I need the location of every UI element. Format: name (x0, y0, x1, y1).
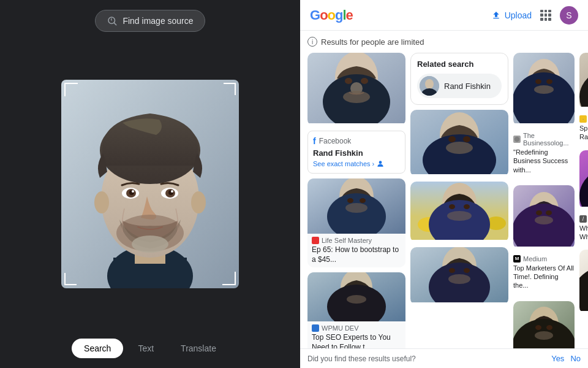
svg-point-15 (171, 190, 173, 193)
upload-button[interactable]: Upload (491, 10, 532, 20)
svg-point-31 (347, 198, 353, 203)
result-image-col2-3 (410, 247, 508, 302)
related-person-chip[interactable]: Rand Fishkin (417, 74, 502, 98)
user-avatar[interactable]: S (560, 6, 578, 25)
svg-point-60 (447, 211, 472, 221)
facebook-person-name: Rand Fishkin (313, 148, 400, 158)
result-card-1[interactable] (307, 53, 405, 126)
apps-grid-icon[interactable] (540, 10, 551, 21)
lsm-source-icon (312, 237, 319, 244)
result-card-col4-3[interactable] (579, 250, 588, 313)
lens-icon (107, 15, 118, 26)
wpmu-source-icon (312, 324, 319, 332)
perficient-icon: / (579, 215, 587, 223)
svg-point-43 (425, 79, 434, 89)
svg-point-65 (464, 268, 470, 273)
dotla-title: SparkToro Co-Founder Rand Fishki... (579, 124, 588, 142)
svg-point-32 (360, 198, 366, 203)
source-name-wpmu: WPMU DEV (312, 324, 401, 332)
upload-label: Upload (505, 10, 532, 20)
dotla-source: · dot LA SparkToro Co-Founder Rand Fishk… (579, 114, 588, 143)
avatar-letter: S (566, 10, 571, 20)
svg-point-48 (448, 136, 456, 142)
image-frame (61, 80, 239, 288)
feedback-yes-button[interactable]: Yes (551, 354, 564, 363)
svg-point-58 (449, 204, 455, 209)
svg-point-83 (535, 325, 541, 330)
medium-title: Top Marketers Of All Time!. Defining the… (513, 264, 575, 290)
svg-point-66 (448, 274, 470, 284)
perficient-title: What Google Says vs. What SEOs Believe, … (579, 224, 588, 242)
result-image-col4-2 (579, 150, 588, 207)
svg-point-77 (536, 210, 542, 215)
top-bar: Find image source (0, 0, 300, 38)
result-card-col2-3[interactable] (410, 247, 508, 305)
result-card-lsm[interactable]: Life Self Mastery Ep 65: How to bootstra… (307, 178, 405, 267)
result-card-col2-2[interactable] (410, 182, 508, 242)
result-card-col3-3[interactable] (513, 301, 575, 348)
find-image-source-button[interactable]: Find image source (95, 10, 205, 32)
source-title-wpmu: Top SEO Experts to You Need to Follow t.… (312, 333, 401, 348)
svg-point-79 (535, 216, 553, 224)
see-exact-matches-link[interactable]: See exact matches › (313, 159, 400, 168)
result-card-wpmu[interactable]: WPMU DEV Top SEO Experts to You Need to … (307, 272, 405, 348)
related-search-card[interactable]: Related search Rand Fishkin (410, 53, 508, 105)
facebook-source-label: Facebook (319, 137, 352, 145)
svg-point-59 (464, 204, 470, 209)
result-card-col3-2[interactable] (513, 185, 575, 249)
search-tab[interactable]: Search (72, 339, 123, 358)
svg-point-73 (514, 137, 519, 142)
right-panel: Google Upload S (300, 0, 588, 368)
svg-point-33 (345, 203, 368, 213)
info-icon: i (307, 37, 317, 47)
svg-point-24 (361, 78, 368, 84)
bottom-tabs: Search Text Translate (0, 330, 300, 368)
facebook-card[interactable]: f Facebook Rand Fishkin See exact matche… (307, 131, 405, 174)
result-image-lsm (307, 178, 405, 234)
svg-point-19 (191, 191, 206, 213)
result-image-col3-2 (513, 185, 575, 247)
corner-tr (224, 83, 236, 95)
find-image-label: Find image source (123, 16, 193, 26)
svg-point-72 (534, 85, 554, 94)
facebook-icon: f (313, 136, 316, 146)
source-title-lsm: Ep 65: How to bootstrap to a $45... (312, 245, 401, 264)
svg-point-78 (546, 210, 552, 215)
svg-point-70 (535, 79, 541, 84)
svg-point-64 (449, 268, 455, 273)
svg-point-27 (379, 161, 382, 164)
svg-point-84 (546, 325, 552, 330)
feedback-question: Did you find these results useful? (307, 355, 416, 363)
svg-line-1 (115, 23, 116, 25)
result-image-col3-3 (513, 301, 575, 348)
result-image-col2-2 (410, 182, 508, 240)
svg-point-85 (535, 331, 553, 340)
feedback-no-button[interactable]: No (570, 354, 581, 363)
right-header: Google Upload S (300, 0, 588, 31)
svg-point-17 (132, 236, 168, 253)
result-card-col4-1[interactable] (579, 53, 588, 109)
image-area (49, 38, 251, 330)
result-card-col4-2[interactable] (579, 150, 588, 209)
businessolog-title: "Redefining Business Success with... (513, 148, 575, 174)
businessolog-icon (513, 136, 521, 143)
limited-notice: i Results for people are limited (307, 37, 581, 47)
text-tab[interactable]: Text (126, 339, 166, 358)
result-card-col2-1[interactable] (410, 110, 508, 177)
result-card-col3-medium-source: M Medium Top Marketers Of All Time!. Def… (513, 254, 575, 291)
translate-tab[interactable]: Translate (168, 339, 228, 358)
left-panel: Find image source (0, 0, 300, 368)
result-card-col3-1[interactable] (513, 53, 575, 126)
google-logo: Google (310, 7, 353, 23)
person-icon (376, 159, 385, 168)
result-image-col4-3 (579, 250, 588, 311)
result-image-col2-1 (410, 110, 508, 174)
chip-avatar (420, 76, 439, 96)
svg-point-71 (546, 79, 552, 84)
related-person-name: Rand Fishkin (444, 82, 491, 91)
results-area[interactable]: i Results for people are limited (300, 31, 588, 348)
corner-bl (64, 273, 77, 285)
source-name-lsm: Life Self Mastery (312, 237, 401, 244)
header-actions: Upload S (491, 6, 578, 25)
svg-point-37 (347, 295, 366, 304)
